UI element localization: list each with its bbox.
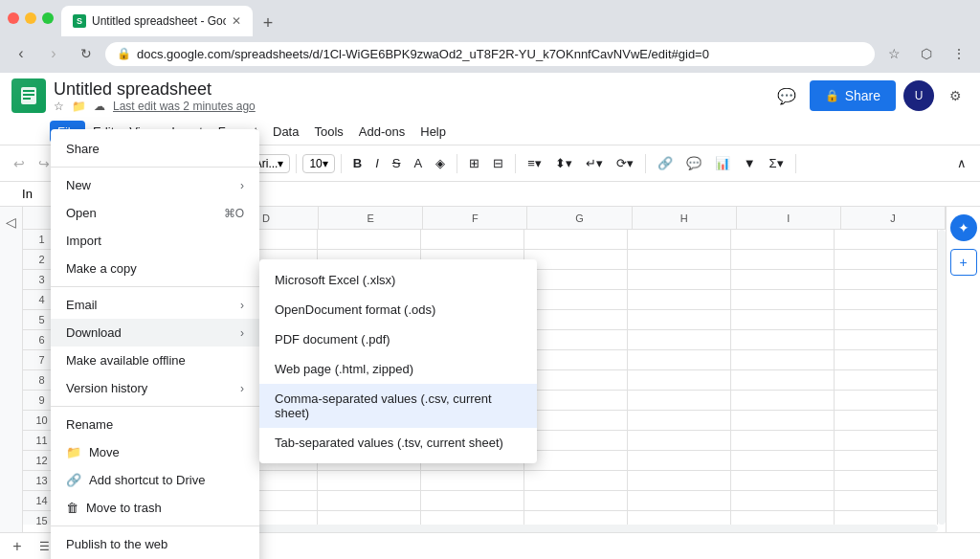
cell-i2[interactable] [731, 250, 835, 270]
cell-h6[interactable] [628, 330, 731, 350]
menu-item-addons[interactable]: Add-ons [351, 121, 412, 143]
align-button[interactable]: ≡▾ [522, 152, 547, 174]
cell-j6[interactable] [835, 330, 938, 350]
download-option-tsv[interactable]: Tab-separated values (.tsv, current shee… [259, 428, 537, 458]
cell-e1[interactable] [318, 230, 421, 250]
cell-g6[interactable] [524, 330, 628, 350]
reload-button[interactable]: ↻ [73, 40, 100, 67]
download-option-html[interactable]: Web page (.html, zipped) [259, 354, 537, 384]
fill-color-button[interactable]: ◈ [430, 152, 451, 174]
file-menu-item-offline[interactable]: Make available offline [51, 347, 259, 374]
comment-button[interactable]: 💬 [771, 80, 802, 111]
undo-button[interactable]: ↩ [8, 152, 31, 175]
share-button[interactable]: 🔒 Share [810, 80, 896, 111]
cell-g4[interactable] [524, 290, 628, 310]
cell-j5[interactable] [835, 310, 938, 330]
valign-button[interactable]: ⬍▾ [549, 152, 578, 174]
menu-item-help[interactable]: Help [412, 121, 454, 143]
col-header-e[interactable]: E [319, 207, 423, 229]
avatar[interactable]: U [903, 80, 934, 111]
active-tab[interactable]: S Untitled spreadsheet - Google ... ✕ [61, 6, 253, 36]
last-edit-text[interactable]: Last edit was 2 minutes ago [113, 100, 256, 113]
wrap-button[interactable]: ↵▾ [580, 152, 609, 174]
file-menu-item-publish[interactable]: Publish to the web [51, 530, 259, 558]
forward-button[interactable]: › [40, 40, 67, 67]
file-menu-item-open[interactable]: Open ⌘O [51, 199, 259, 227]
cell-g7[interactable] [524, 350, 628, 370]
menu-item-data[interactable]: Data [265, 121, 306, 143]
close-traffic-light[interactable] [8, 12, 19, 24]
comment-button-toolbar[interactable]: 💬 [680, 152, 707, 174]
cell-g2[interactable] [524, 250, 628, 270]
cell-h5[interactable] [628, 310, 731, 330]
file-menu-item-trash[interactable]: 🗑 Move to trash [51, 494, 259, 522]
cell-j7[interactable] [835, 350, 938, 370]
cell-j3[interactable] [835, 270, 938, 290]
col-header-g[interactable]: G [527, 207, 632, 229]
borders-button[interactable]: ⊞ [463, 152, 485, 174]
col-header-f[interactable]: F [423, 207, 527, 229]
cell-j1[interactable] [835, 230, 938, 250]
maximize-traffic-light[interactable] [42, 12, 54, 24]
download-option-ods[interactable]: OpenDocument format (.ods) [259, 295, 537, 324]
cell-g1[interactable] [524, 230, 628, 250]
chart-button[interactable]: 📊 [709, 152, 736, 174]
file-menu-item-shortcut[interactable]: 🔗 Add shortcut to Drive [51, 466, 259, 494]
cell-h1[interactable] [628, 230, 731, 250]
cell-i1[interactable] [731, 230, 835, 250]
file-menu-item-download[interactable]: Download › [51, 319, 259, 347]
extensions-icon[interactable]: ⬡ [913, 40, 940, 67]
file-menu-item-share[interactable]: Share [51, 135, 259, 163]
merge-button[interactable]: ⊟ [487, 152, 509, 174]
add-sheet-button[interactable]: + [8, 537, 27, 556]
cell-ref-box[interactable]: In [8, 187, 56, 201]
sidebar-plus-icon[interactable]: + [950, 249, 977, 276]
url-bar[interactable]: 🔒 docs.google.com/spreadsheets/d/1Cl-WiG… [105, 42, 875, 66]
cell-i7[interactable] [731, 350, 835, 370]
sidebar-collapse[interactable]: ◁ [0, 207, 23, 532]
bookmark-icon[interactable]: ☆ [880, 40, 907, 67]
browser-menu-icon[interactable]: ⋮ [946, 40, 972, 67]
doc-title[interactable]: Untitled spreadsheet [54, 79, 764, 100]
link-button[interactable]: 🔗 [652, 152, 679, 174]
cell-f1[interactable] [421, 230, 524, 250]
bold-button[interactable]: B [347, 152, 368, 174]
star-icon[interactable]: ☆ [54, 100, 64, 113]
file-menu-item-version[interactable]: Version history › [51, 374, 259, 402]
strikethrough-button[interactable]: S [387, 152, 407, 174]
font-size-select[interactable]: 10▾ [302, 154, 334, 173]
download-option-csv[interactable]: Comma-separated values (.csv, current sh… [259, 384, 537, 428]
new-tab-button[interactable]: + [255, 10, 281, 36]
cell-h7[interactable] [628, 350, 731, 370]
cell-h2[interactable] [628, 250, 731, 270]
cell-j2[interactable] [835, 250, 938, 270]
cell-g5[interactable] [524, 310, 628, 330]
cell-i5[interactable] [731, 310, 835, 330]
function-button[interactable]: Σ▾ [764, 152, 790, 174]
cell-g3[interactable] [524, 270, 628, 290]
file-menu-item-new[interactable]: New › [51, 171, 259, 199]
file-menu-item-rename[interactable]: Rename [51, 411, 259, 438]
filter-button[interactable]: ▼ [738, 152, 762, 174]
file-menu-item-email[interactable]: Email › [51, 291, 259, 319]
back-button[interactable]: ‹ [8, 40, 34, 67]
font-color-button[interactable]: A [408, 152, 428, 174]
col-header-h[interactable]: H [633, 207, 737, 229]
rotate-button[interactable]: ⟳▾ [611, 152, 639, 174]
settings-icon[interactable]: ⚙ [942, 82, 969, 109]
cell-i6[interactable] [731, 330, 835, 350]
download-option-xlsx[interactable]: Microsoft Excel (.xlsx) [259, 265, 537, 295]
menu-item-tools[interactable]: Tools [306, 121, 350, 143]
minimize-traffic-light[interactable] [25, 12, 36, 24]
sidebar-explore-icon[interactable]: ✦ [950, 214, 977, 241]
italic-button[interactable]: I [369, 152, 385, 174]
file-menu-item-copy[interactable]: Make a copy [51, 255, 259, 282]
file-menu-item-move[interactable]: 📁 Move [51, 438, 259, 466]
add-to-drive-icon[interactable]: 📁 [72, 100, 86, 113]
tab-close-icon[interactable]: ✕ [232, 14, 241, 28]
cell-i3[interactable] [731, 270, 835, 290]
cell-h3[interactable] [628, 270, 731, 290]
scrollbar-vertical[interactable] [938, 230, 946, 525]
file-menu-item-import[interactable]: Import [51, 227, 259, 255]
cell-i4[interactable] [731, 290, 835, 310]
